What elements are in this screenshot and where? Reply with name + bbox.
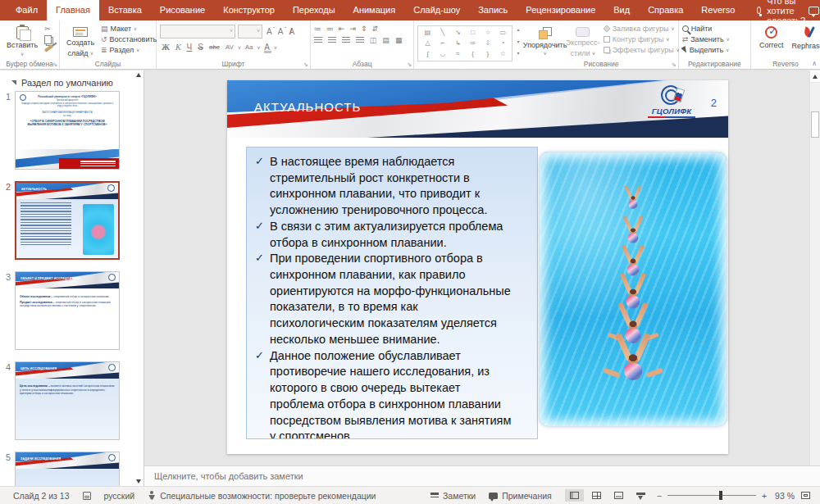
shape-effects-button[interactable]: Эффекты фигуры˅ xyxy=(604,46,680,54)
paste-button[interactable]: Вставить ˅ xyxy=(3,23,41,59)
reading-view-button[interactable] xyxy=(609,489,628,502)
slideshow-view-button[interactable] xyxy=(631,490,650,502)
slide-thumbnail-3[interactable]: ОБЪЕКТ И ПРЕДМЕТ ИССЛЕДОВАНИЯ Объект исс… xyxy=(15,271,120,350)
select-button[interactable]: Выделить˅ xyxy=(682,46,730,54)
quick-styles-button[interactable]: Экспресс- стили ˅ xyxy=(566,23,600,59)
shape-curve-icon[interactable]: ≈ xyxy=(456,51,459,57)
numbering-icon[interactable]: ≕ xyxy=(326,25,334,33)
shape-down-arrow-icon[interactable]: ⇩ xyxy=(485,40,491,47)
collapse-ribbon-icon[interactable]: ∧ xyxy=(812,60,817,67)
increase-indent-icon[interactable]: ⇥ xyxy=(349,25,356,33)
slide-thumbnail-1[interactable]: Российский университет спорта «ГЦОЛИФК» … xyxy=(15,91,120,170)
font-size-combobox[interactable] xyxy=(238,25,262,39)
shapes-gallery-more-icon[interactable]: ▾ xyxy=(517,50,519,56)
grow-font-icon[interactable]: А xyxy=(265,26,274,38)
replace-button[interactable]: ⇄ Заменить˅ xyxy=(682,35,730,43)
slide-title[interactable]: АКТУАЛЬНОСТЬ xyxy=(254,100,361,114)
tab-view[interactable]: Вид xyxy=(604,0,639,20)
clipboard-dialog-launcher[interactable]: ⇘ xyxy=(52,61,57,68)
shape-arc-icon[interactable]: ◡ xyxy=(440,51,445,57)
shape-fill-button[interactable]: Заливка фигуры˅ xyxy=(604,25,680,33)
font-name-combobox[interactable] xyxy=(160,25,235,39)
slide-body-text[interactable]: ✓ В настоящее время наблюдается стремите… xyxy=(246,147,538,439)
shape-arrow-icon[interactable]: ↘ xyxy=(455,30,461,36)
shape-elbow-icon[interactable]: ⌐ xyxy=(441,40,445,47)
shape-outline-button[interactable]: Контур фигуры˅ xyxy=(604,35,680,43)
zoom-slider[interactable] xyxy=(667,495,756,496)
slide-thumbnail-5[interactable]: ЗАДАЧИ ИССЛЕДОВАНИЯ xyxy=(15,452,120,486)
clear-formatting-icon[interactable]: А xyxy=(287,26,296,38)
text-direction-icon[interactable]: ⇵ xyxy=(371,25,378,33)
zoom-out-icon[interactable]: − xyxy=(657,491,662,501)
decrease-indent-icon[interactable]: ⇤ xyxy=(339,25,345,33)
shape-block-arc-icon[interactable]: ◔ xyxy=(501,40,505,47)
cut-icon[interactable]: ✂ xyxy=(44,25,53,33)
scroll-up-icon[interactable] xyxy=(136,73,141,77)
zoom-slider-thumb[interactable] xyxy=(719,491,722,500)
drawing-dialog-launcher[interactable]: ⇘ xyxy=(672,61,676,68)
scrollbar-thumb[interactable] xyxy=(811,111,819,138)
spellcheck-status[interactable] xyxy=(76,492,98,500)
paragraph-dialog-launcher[interactable]: ⇘ xyxy=(408,61,412,68)
character-spacing-icon[interactable]: AV xyxy=(224,42,235,53)
reverso-rephraser-button[interactable]: Rephraser xyxy=(792,25,820,59)
smartart-convert-icon[interactable]: ▦ xyxy=(395,36,403,44)
tab-reverso[interactable]: Reverso xyxy=(692,0,744,20)
bold-icon[interactable]: Ж xyxy=(160,42,171,53)
thumbnails-scrollbar[interactable] xyxy=(133,70,144,486)
shape-rounded-rect-icon[interactable]: ▭ xyxy=(499,30,506,36)
shrink-font-icon[interactable]: А xyxy=(276,26,285,38)
slide-editor[interactable]: АКТУАЛЬНОСТЬ ГЦОЛИФК 2 ✓ В настоящ xyxy=(227,80,728,454)
slide-thumbnail-2-selected[interactable]: АКТУАЛЬНОСТЬ xyxy=(15,181,120,260)
shape-rectangle-icon[interactable]: □ xyxy=(471,30,475,36)
align-text-icon[interactable]: ▤ xyxy=(382,36,390,44)
shapes-scroll-down-icon[interactable]: ▾ xyxy=(517,39,519,44)
synchronized-swimming-photo[interactable] xyxy=(540,152,727,426)
underline-icon[interactable]: Ч xyxy=(185,42,194,53)
justify-icon[interactable] xyxy=(356,37,364,43)
arrange-button[interactable]: Упорядочить ˅ xyxy=(528,23,563,59)
tab-insert[interactable]: Вставка xyxy=(99,0,151,20)
fit-slide-to-window-icon[interactable] xyxy=(801,492,810,499)
align-right-icon[interactable] xyxy=(342,37,350,43)
shape-textbox-icon[interactable]: ▤ xyxy=(425,30,431,36)
tab-transitions[interactable]: Переходы xyxy=(284,0,344,20)
accessibility-checker[interactable]: Специальные возможности: проверьте реком… xyxy=(141,491,382,501)
text-shadow-icon[interactable]: abc xyxy=(207,42,221,53)
slide-thumbnail-4[interactable]: ЦЕЛЬ ИССЛЕДОВАНИЯ Цель исследования – вы… xyxy=(15,361,120,440)
shape-line-icon[interactable]: ╲ xyxy=(441,30,445,36)
strikethrough-icon[interactable]: S xyxy=(196,42,205,53)
layout-button[interactable]: ▤ Макет˅ xyxy=(101,25,157,33)
tab-file[interactable]: Файл xyxy=(7,0,47,20)
slide-sorter-view-button[interactable] xyxy=(587,489,606,502)
tab-slideshow[interactable]: Слайд-шоу xyxy=(404,0,469,20)
copy-icon[interactable] xyxy=(44,35,52,44)
tab-design[interactable]: Конструктор xyxy=(214,0,284,20)
bullets-icon[interactable]: ≔ xyxy=(314,25,321,33)
section-button[interactable]: ≣ Раздел˅ xyxy=(101,46,157,54)
new-slide-button[interactable]: Создать слайд ˅ xyxy=(63,23,98,59)
tell-me-search[interactable]: Что вы хотите сделать? xyxy=(757,0,809,20)
slide-counter[interactable]: Слайд 2 из 13 xyxy=(7,491,76,501)
line-spacing-icon[interactable]: ⇕ xyxy=(361,25,367,33)
font-color-icon[interactable]: А xyxy=(262,42,271,53)
section-header[interactable]: Раздел по умолчанию xyxy=(0,70,144,91)
shape-oval-icon[interactable]: ○ xyxy=(486,30,490,36)
tab-draw[interactable]: Рисование xyxy=(151,0,214,20)
canvas-scrollbar[interactable] xyxy=(809,70,820,465)
shape-right-brace-icon[interactable]: } xyxy=(487,51,490,57)
change-case-icon[interactable]: Aa xyxy=(244,42,255,53)
shapes-gallery-box[interactable]: ▤ ╲ ↘ □ ○ ▭ △ ⌐ ↳ ⇨ ⇩ ◔ ʃ ◡ ≈ { } ☆ xyxy=(417,25,512,61)
shape-elbow-arrow-icon[interactable]: ↳ xyxy=(455,40,461,47)
format-painter-icon[interactable] xyxy=(44,44,53,52)
language-status[interactable]: русский xyxy=(98,491,142,501)
reverso-correct-button[interactable]: ✓ Correct xyxy=(759,25,784,59)
find-button[interactable]: Найти xyxy=(682,25,730,33)
shape-right-arrow-icon[interactable]: ⇨ xyxy=(470,40,476,47)
zoom-level[interactable]: 93 % xyxy=(772,491,798,501)
notes-pane[interactable]: Щелкните, чтобы добавить заметки xyxy=(144,465,820,486)
tab-review[interactable]: Рецензирование xyxy=(517,0,604,20)
tab-help[interactable]: Справка xyxy=(639,0,692,20)
align-center-icon[interactable] xyxy=(328,37,336,43)
tab-record[interactable]: Запись xyxy=(469,0,517,20)
